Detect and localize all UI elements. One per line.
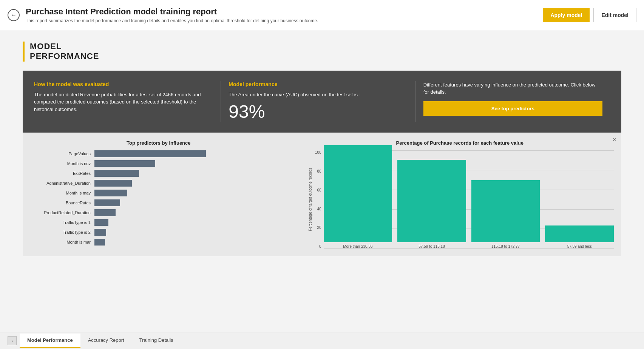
h-bar-fill [94,190,127,196]
right-chart-body: Percentage of target outcome records 100… [306,150,614,249]
h-bar-row: Administrative_Duration [30,180,287,187]
h-bar-label: Month is nov [30,161,91,166]
y-tick: 100 [315,150,321,154]
v-bar-xlabel: 57.59 and less [567,244,592,249]
h-bar-label: TrafficType is 2 [30,230,91,235]
back-button[interactable]: ← [8,9,20,21]
v-bar-xlabel: More than 230.36 [343,244,372,249]
tab-model-performance[interactable]: Model Performance [20,334,80,348]
v-bar-xlabel: 57.59 to 115.18 [419,244,445,249]
horizontal-bar-chart: PageValuesMonth is novExitRatesAdministr… [30,150,287,246]
header: ← Purchase Intent Prediction model train… [0,0,644,30]
y-tick: 60 [317,188,321,192]
h-bar-bg [94,219,287,226]
heading-line2: PERFORMANCE [30,51,99,61]
v-bar-col: More than 230.36 [324,145,392,249]
main-content: MODEL PERFORMANCE How the model was eval… [0,30,644,332]
h-bar-bg [94,170,287,177]
tab-scroll-arrow[interactable]: ‹ [8,336,17,345]
h-bar-row: TrafficType is 1 [30,219,287,226]
v-bar-col: 115.18 to 172.77 [471,180,540,249]
info-panel: How the model was evaluated The model pr… [23,71,621,133]
h-bar-row: ProductRelated_Duration [30,209,287,216]
info-col-evaluation: How the model was evaluated The model pr… [34,81,221,122]
y-axis: 100806040200 [312,150,324,249]
h-bar-fill [94,209,116,216]
auc-value: 93% [229,101,408,122]
y-tick: 40 [317,207,321,211]
h-bar-label: ExitRates [30,171,91,176]
bottom-tabs: ‹ Model PerformanceAccuracy ReportTraini… [0,332,644,349]
features-text: Different features have varying influenc… [423,81,602,96]
evaluation-title: How the model was evaluated [34,81,213,87]
h-bar-label: TrafficType is 1 [30,220,91,225]
heading-bar [23,42,25,62]
arrow-icon: ‹ [11,338,13,343]
h-bar-row: PageValues [30,150,287,157]
y-tick: 0 [319,244,321,249]
vertical-bars: More than 230.3657.59 to 115.18115.18 to… [324,150,614,249]
v-bar [397,160,466,242]
apply-model-button[interactable]: Apply model [543,8,590,22]
section-heading-text: MODEL PERFORMANCE [30,42,99,62]
h-bar-label: Month is may [30,191,91,195]
y-tick: 80 [317,169,321,173]
page-subtitle: This report summarizes the model perform… [26,18,543,23]
h-bar-fill [94,170,139,177]
close-button[interactable]: × [613,136,616,143]
h-bar-bg [94,239,287,246]
h-bar-row: TrafficType is 2 [30,229,287,236]
performance-title: Model performance [229,81,408,87]
h-bar-row: BounceRates [30,199,287,206]
h-bar-bg [94,180,287,187]
h-bar-bg [94,199,287,206]
h-bar-fill [94,180,132,187]
right-chart-layout: 100806040200 [312,150,614,249]
h-bar-bg [94,209,287,216]
back-icon: ← [11,12,17,19]
see-top-predictors-button[interactable]: See top predictors [423,101,602,116]
h-bar-fill [94,239,105,246]
h-bar-fill [94,229,106,236]
h-bar-row: Month is nov [30,160,287,167]
v-bar-col: 57.59 and less [545,225,614,249]
header-text: Purchase Intent Prediction model trainin… [26,7,543,23]
evaluation-text: The model predicted Revenue probabilitie… [34,91,213,113]
right-chart-inner: 100806040200 [312,150,614,249]
tabs-container: Model PerformanceAccuracy ReportTraining… [20,334,181,348]
h-bar-label: Month is mar [30,240,91,244]
h-bar-row: Month is mar [30,239,287,246]
h-bar-fill [94,150,206,157]
page-title: Purchase Intent Prediction model trainin… [26,7,543,17]
right-chart: Percentage of Purchase records for each … [298,140,614,249]
charts-row: Top predictors by influence PageValuesMo… [30,140,614,249]
h-bar-bg [94,160,287,167]
tab-training-details[interactable]: Training Details [132,334,181,348]
v-chart-area: More than 230.3657.59 to 115.18115.18 to… [324,150,614,249]
h-bar-bg [94,190,287,196]
v-bar [545,225,614,242]
v-bar [471,180,540,242]
v-bar-col: 57.59 to 115.18 [397,160,466,249]
h-bar-label: ProductRelated_Duration [30,210,91,215]
info-col-features: Different features have varying influenc… [416,81,610,122]
tab-accuracy-report[interactable]: Accuracy Report [80,334,132,348]
y-tick: 20 [317,225,321,230]
v-bar [324,145,392,242]
h-bar-fill [94,219,108,226]
h-bar-row: ExitRates [30,170,287,177]
left-chart-title: Top predictors by influence [30,140,287,146]
v-bar-xlabel: 115.18 to 172.77 [491,244,520,249]
heading-line1: MODEL [30,42,62,51]
h-bar-label: Administrative_Duration [30,181,91,185]
h-bar-fill [94,160,155,167]
y-axis-label: Percentage of target outcome records [306,150,312,249]
info-col-performance: Model performance The Area under the cur… [221,81,415,122]
header-actions: Apply model Edit model [543,8,636,22]
performance-text: The Area under the curve (AUC) observed … [229,91,408,99]
h-bar-bg [94,229,287,236]
h-bar-label: BounceRates [30,201,91,205]
edit-model-button[interactable]: Edit model [593,8,636,22]
charts-panel: × Top predictors by influence PageValues… [23,133,621,256]
section-heading: MODEL PERFORMANCE [23,42,621,62]
